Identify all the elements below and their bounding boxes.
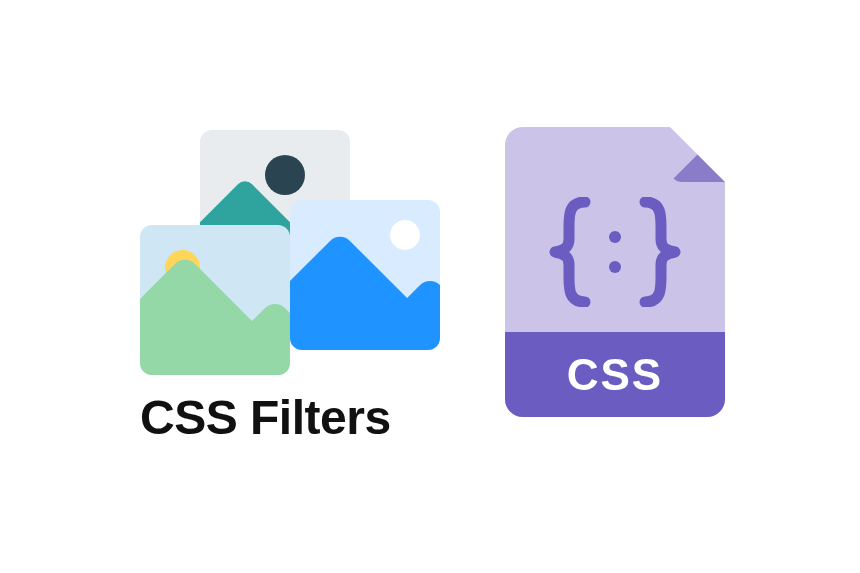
css-file-icon: CSS bbox=[505, 127, 725, 417]
photo-right-icon bbox=[290, 200, 440, 350]
title-text: CSS Filters bbox=[140, 390, 391, 445]
file-type-label: CSS bbox=[567, 350, 663, 400]
photo-stack bbox=[140, 130, 450, 380]
brace-open-icon bbox=[547, 197, 595, 307]
colon-icon bbox=[609, 231, 621, 273]
file-footer: CSS bbox=[505, 332, 725, 417]
sun-icon bbox=[390, 220, 420, 250]
photo-left-icon bbox=[140, 225, 290, 375]
brace-close-icon bbox=[635, 197, 683, 307]
canvas: CSS Filters CSS bbox=[0, 0, 860, 573]
moon-icon bbox=[265, 155, 305, 195]
braces-icon bbox=[505, 177, 725, 327]
